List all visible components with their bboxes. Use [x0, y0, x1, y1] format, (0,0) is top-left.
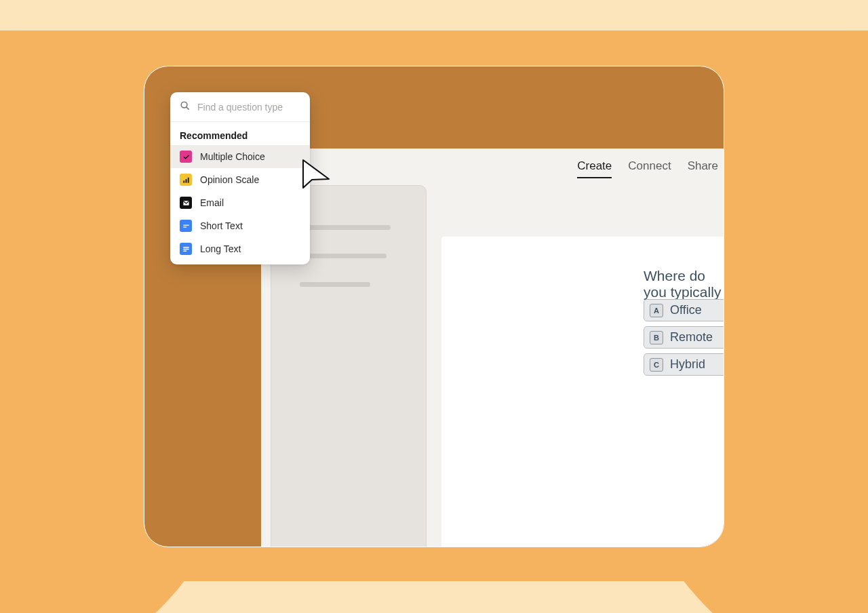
- dropdown-item-label: Multiple Choice: [200, 151, 265, 162]
- long-text-icon: [180, 243, 192, 255]
- svg-line-1: [186, 107, 189, 109]
- dropdown-item-long-text[interactable]: Long Text: [170, 237, 310, 264]
- dropdown-item-email[interactable]: Email: [170, 191, 310, 214]
- dropdown-item-short-text[interactable]: Short Text: [170, 214, 310, 237]
- option-key: C: [650, 358, 663, 372]
- search-icon: [180, 100, 190, 113]
- tab-create[interactable]: Create: [577, 159, 612, 178]
- svg-rect-2: [183, 180, 184, 182]
- skeleton-line: [300, 254, 387, 258]
- skeleton-line: [300, 282, 370, 287]
- svg-rect-4: [187, 177, 189, 182]
- dropdown-item-label: Long Text: [200, 243, 241, 254]
- top-tabs: Create Connect Share: [577, 159, 718, 178]
- dropdown-search-row: [170, 92, 310, 122]
- question-options: A Office B Remote C Hybrid: [644, 299, 724, 376]
- dropdown-item-label: Email: [200, 197, 224, 208]
- option-c[interactable]: C Hybrid: [644, 353, 724, 376]
- tab-connect[interactable]: Connect: [628, 159, 671, 177]
- svg-rect-3: [185, 179, 186, 183]
- option-key: A: [650, 304, 663, 317]
- option-a[interactable]: A Office: [644, 299, 724, 321]
- option-b[interactable]: B Remote: [644, 326, 724, 349]
- search-input[interactable]: [197, 102, 310, 113]
- option-label: Hybrid: [670, 357, 705, 372]
- option-label: Remote: [670, 330, 713, 344]
- tab-share[interactable]: Share: [688, 159, 718, 177]
- question-type-dropdown: Recommended Multiple Choice Opinion Scal…: [170, 92, 310, 264]
- dropdown-item-opinion-scale[interactable]: Opinion Scale: [170, 168, 310, 191]
- dropdown-item-label: Short Text: [200, 220, 243, 231]
- skeleton-line: [300, 225, 391, 230]
- dropdown-item-label: Opinion Scale: [200, 174, 259, 185]
- bar-chart-icon: [180, 174, 192, 186]
- short-text-icon: [180, 220, 192, 232]
- option-key: B: [650, 331, 663, 344]
- dropdown-section-label: Recommended: [170, 122, 310, 145]
- app-inner: Create Connect Share Where do you typica…: [261, 149, 724, 547]
- dropdown-item-multiple-choice[interactable]: Multiple Choice: [170, 145, 310, 168]
- checkmark-icon: [180, 151, 192, 163]
- question-preview-panel: Where do you typically work? A Office B …: [441, 237, 724, 547]
- option-label: Office: [670, 303, 702, 317]
- envelope-icon: [180, 197, 192, 209]
